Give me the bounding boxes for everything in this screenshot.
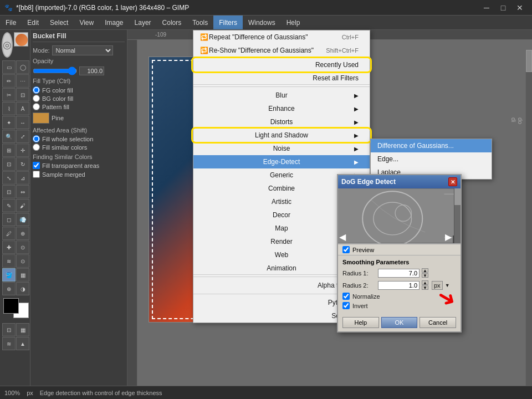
- mode-select[interactable]: Normal: [52, 45, 113, 55]
- tool-heal[interactable]: ✚: [2, 241, 16, 254]
- filters-python-fu-item[interactable]: Python-Fu: [193, 296, 370, 309]
- filters-artistic-item[interactable]: Artistic ▶: [193, 195, 370, 208]
- tool-blur[interactable]: ≋: [2, 254, 16, 268]
- fill-similar-option[interactable]: Fill similar colors: [33, 144, 125, 151]
- tool-perspective[interactable]: ⊡: [2, 185, 16, 198]
- edge-item[interactable]: Edge...: [371, 152, 492, 166]
- menu-help[interactable]: Help: [281, 16, 306, 29]
- fill-whole-radio[interactable]: [33, 135, 40, 142]
- tool-ink[interactable]: 🖊: [2, 227, 16, 240]
- tool-fuzzy-select[interactable]: ⋯: [16, 74, 29, 88]
- menu-layer[interactable]: Layer: [129, 16, 157, 29]
- menu-image[interactable]: Image: [99, 16, 129, 29]
- tool-free-select[interactable]: ✏: [2, 74, 16, 88]
- tool-dodge[interactable]: ⊙: [16, 254, 29, 268]
- tool-paint[interactable]: 🖌: [16, 199, 29, 212]
- tool-scale[interactable]: ⤡: [2, 171, 16, 185]
- tool-transform[interactable]: ⤢: [16, 130, 29, 143]
- dog-item[interactable]: Difference of Gaussians...: [371, 139, 492, 152]
- tool-eraser[interactable]: ◻: [2, 213, 16, 226]
- tool-paths2[interactable]: ⊡: [2, 323, 16, 336]
- fg-color-radio[interactable]: [33, 86, 40, 94]
- filters-recently-used-item[interactable]: Recently Used: [193, 58, 370, 71]
- tool-rotate[interactable]: ↻: [16, 157, 29, 171]
- laplace-item[interactable]: Laplace: [371, 166, 492, 179]
- filters-light-shadow-item[interactable]: Light and Shadow ▶: [193, 129, 370, 142]
- tool-zoom[interactable]: 🔍: [2, 130, 16, 143]
- opacity-slider[interactable]: [33, 67, 77, 75]
- pattern-fill-option[interactable]: Pattern fill: [33, 103, 125, 110]
- menu-file[interactable]: File: [0, 16, 22, 29]
- filters-decor-item[interactable]: Decor ▶: [193, 208, 370, 222]
- tool-measure[interactable]: ↔: [16, 116, 29, 129]
- sample-merged-row[interactable]: Sample merged: [33, 171, 125, 178]
- fill-whole-selection-option[interactable]: Fill whole selection: [33, 135, 125, 142]
- minimize-button[interactable]: ─: [479, 2, 494, 14]
- filters-enhance-item[interactable]: Enhance ▶: [193, 102, 370, 115]
- tool-sharpen[interactable]: ▲: [16, 337, 29, 350]
- filters-distorts-item[interactable]: Distorts ▶: [193, 115, 370, 129]
- tool-clone[interactable]: ⊕: [16, 227, 29, 240]
- filters-render-item[interactable]: Render ▶: [193, 235, 370, 248]
- titlebar-controls[interactable]: ─ □ ✕: [479, 2, 528, 14]
- filters-reshow-item[interactable]: 🔁 Re-Show "Difference of Gaussians" Shif…: [193, 44, 370, 57]
- pattern-swatch[interactable]: [33, 112, 49, 124]
- edge-detect-submenu[interactable]: Difference of Gaussians... Edge... Lapla…: [370, 139, 492, 180]
- tool-align[interactable]: ⊞: [2, 144, 16, 157]
- menu-tools[interactable]: Tools: [187, 16, 213, 29]
- fill-similar-radio[interactable]: [33, 144, 40, 151]
- filters-edge-detect-item[interactable]: Edge-Detect ▶: [193, 155, 370, 168]
- filters-blur-item[interactable]: Blur ▶: [193, 89, 370, 102]
- tool-rect-select[interactable]: ▭: [2, 60, 16, 74]
- menu-windows[interactable]: Windows: [243, 16, 281, 29]
- tool-blend[interactable]: ▦: [16, 268, 29, 282]
- filters-repeat-item[interactable]: 🔁 Repeat "Difference of Gaussians" Ctrl+…: [193, 30, 370, 44]
- opacity-value[interactable]: [79, 66, 104, 75]
- filters-map-item[interactable]: Map ▶: [193, 222, 370, 235]
- tool-flip[interactable]: ⇔: [16, 185, 29, 198]
- pattern-fill-radio[interactable]: [33, 103, 40, 110]
- menu-filters[interactable]: Filters: [213, 16, 243, 29]
- scrollbar-thumb[interactable]: [526, 50, 532, 72]
- bg-color-radio[interactable]: [33, 95, 40, 102]
- filters-menu[interactable]: 🔁 Repeat "Difference of Gaussians" Ctrl+…: [193, 30, 370, 323]
- tool-smudge[interactable]: ≋: [2, 337, 16, 350]
- transparent-checkbox[interactable]: [33, 162, 40, 169]
- scrollbar-vertical[interactable]: [525, 50, 532, 386]
- tool-move[interactable]: ✛: [16, 144, 29, 157]
- maximize-button[interactable]: □: [495, 2, 511, 14]
- menu-edit[interactable]: Edit: [22, 16, 44, 29]
- tool-perspective-clone[interactable]: ⊙: [16, 241, 29, 254]
- tool-fg-select[interactable]: ⊡: [16, 88, 29, 101]
- bg-color-fill-option[interactable]: BG color fill: [33, 95, 125, 102]
- sample-merged-checkbox[interactable]: [33, 171, 40, 178]
- filters-animation-item[interactable]: Animation ▶: [193, 262, 370, 275]
- tool-color-balance[interactable]: ⊕: [2, 282, 16, 295]
- menu-select[interactable]: Select: [44, 16, 74, 29]
- menu-colors[interactable]: Colors: [157, 16, 187, 29]
- filters-alpha-logo-item[interactable]: Alpha to Logo: [193, 279, 370, 292]
- tool-shear[interactable]: ⊿: [16, 171, 29, 185]
- foreground-color-swatch[interactable]: [3, 298, 19, 314]
- tool-gradient2[interactable]: ▦: [16, 323, 29, 336]
- filters-script-fu-item[interactable]: Script-Fu: [193, 309, 370, 323]
- close-button[interactable]: ✕: [512, 2, 528, 14]
- fg-color-fill-option[interactable]: FG color fill: [33, 86, 125, 94]
- tool-paths[interactable]: ⌇: [2, 102, 16, 115]
- menu-view[interactable]: View: [74, 16, 99, 29]
- tool-bucket-fill[interactable]: 🪣: [2, 268, 16, 282]
- tool-crop[interactable]: ⊡: [2, 157, 16, 171]
- tool-text[interactable]: A: [16, 102, 29, 115]
- tool-airbrush[interactable]: 💨: [16, 213, 29, 226]
- tool-color-picker[interactable]: ✦: [2, 116, 16, 129]
- transparent-areas-row[interactable]: Fill transparent areas: [33, 162, 125, 169]
- filters-web-item[interactable]: Web ▶: [193, 248, 370, 262]
- tool-scissors[interactable]: ✂: [2, 88, 16, 101]
- tool-ellipse-select[interactable]: ◯: [16, 60, 29, 74]
- filters-combine-item[interactable]: Combine ▶: [193, 182, 370, 195]
- filters-reset-item[interactable]: Reset all Filters: [193, 71, 370, 85]
- filters-generic-item[interactable]: Generic ▶: [193, 168, 370, 182]
- filters-noise-item[interactable]: Noise ▶: [193, 142, 370, 155]
- tool-hue-sat[interactable]: ◑: [16, 282, 29, 295]
- tool-pencil[interactable]: ✎: [2, 199, 16, 212]
